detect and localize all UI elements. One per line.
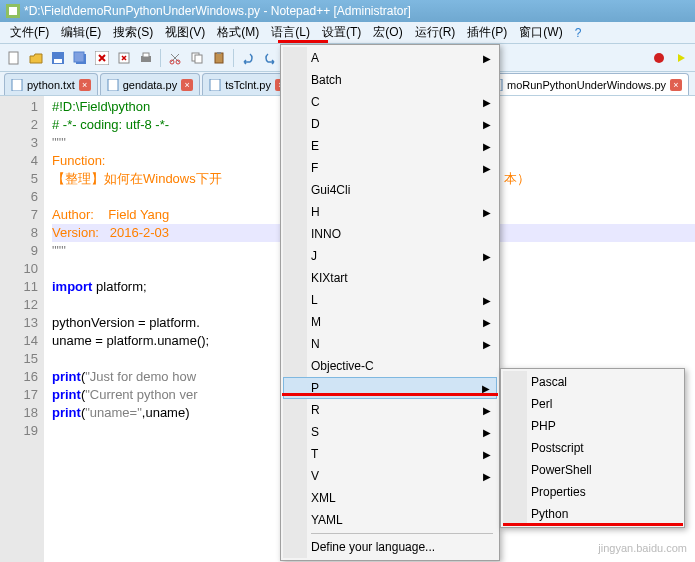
svg-rect-1 <box>9 7 17 15</box>
copy-button[interactable] <box>187 48 207 68</box>
menu-item[interactable]: H▶ <box>283 201 497 223</box>
tab-label: python.txt <box>27 79 75 91</box>
svg-rect-18 <box>12 79 22 91</box>
menu-6[interactable]: 设置(T) <box>316 23 367 41</box>
tab[interactable]: moRunPythonUnderWindows.py× <box>484 73 689 95</box>
menu-item[interactable]: PowerShell <box>503 459 682 481</box>
tab-label: tsTclnt.py <box>225 79 271 91</box>
submenu-arrow-icon: ▶ <box>483 295 491 306</box>
submenu-arrow-icon: ▶ <box>483 427 491 438</box>
menu-7[interactable]: 宏(O) <box>367 23 408 41</box>
menu-item[interactable]: E▶ <box>283 135 497 157</box>
menu-0[interactable]: 文件(F) <box>4 23 55 41</box>
menu-item[interactable]: T▶ <box>283 443 497 465</box>
undo-button[interactable] <box>238 48 258 68</box>
submenu-arrow-icon: ▶ <box>482 383 490 394</box>
menu-item[interactable]: R▶ <box>283 399 497 421</box>
menu-item[interactable]: Perl <box>503 393 682 415</box>
submenu-arrow-icon: ▶ <box>483 449 491 460</box>
menu-item[interactable]: C▶ <box>283 91 497 113</box>
menu-item[interactable]: Batch <box>283 69 497 91</box>
menu-item[interactable]: INNO <box>283 223 497 245</box>
menu-item[interactable]: A▶ <box>283 47 497 69</box>
menu-item[interactable]: M▶ <box>283 311 497 333</box>
menu-item-label: PowerShell <box>531 463 592 477</box>
menu-4[interactable]: 格式(M) <box>211 23 265 41</box>
menu-item-label: C <box>311 95 320 109</box>
menu-1[interactable]: 编辑(E) <box>55 23 107 41</box>
tab-close-icon[interactable]: × <box>670 79 682 91</box>
menu-item-label: Objective-C <box>311 359 374 373</box>
submenu-arrow-icon: ▶ <box>483 251 491 262</box>
menu-item[interactable]: Gui4Cli <box>283 179 497 201</box>
submenu-arrow-icon: ▶ <box>483 97 491 108</box>
menu-item-label: A <box>311 51 319 65</box>
tab-label: moRunPythonUnderWindows.py <box>507 79 666 91</box>
play-button[interactable] <box>671 48 691 68</box>
menu-item[interactable]: Define your language... <box>283 536 497 558</box>
new-file-button[interactable] <box>4 48 24 68</box>
menu-item[interactable]: Python <box>503 503 682 525</box>
menu-item-label: Python <box>531 507 568 521</box>
menu-3[interactable]: 视图(V) <box>159 23 211 41</box>
menu-5[interactable]: 语言(L) <box>265 23 316 41</box>
menu-item[interactable]: Properties <box>503 481 682 503</box>
submenu-arrow-icon: ▶ <box>483 163 491 174</box>
menu-2[interactable]: 搜索(S) <box>107 23 159 41</box>
menubar: 文件(F)编辑(E)搜索(S)视图(V)格式(M)语言(L)设置(T)宏(O)运… <box>0 22 695 44</box>
save-button[interactable] <box>48 48 68 68</box>
menu-item[interactable]: KIXtart <box>283 267 497 289</box>
save-all-button[interactable] <box>70 48 90 68</box>
menu-item[interactable]: V▶ <box>283 465 497 487</box>
menu-item[interactable]: N▶ <box>283 333 497 355</box>
submenu-arrow-icon: ▶ <box>483 53 491 64</box>
menu-item[interactable]: Pascal <box>503 371 682 393</box>
print-button[interactable] <box>136 48 156 68</box>
tab-close-icon[interactable]: × <box>181 79 193 91</box>
submenu-arrow-icon: ▶ <box>483 405 491 416</box>
menu-item[interactable]: D▶ <box>283 113 497 135</box>
menu-item-label: XML <box>311 491 336 505</box>
menu-help[interactable]: ? <box>569 24 588 42</box>
menu-item[interactable]: Postscript <box>503 437 682 459</box>
svg-rect-14 <box>195 55 202 63</box>
annotation-underline-language <box>278 40 328 43</box>
menu-item[interactable]: S▶ <box>283 421 497 443</box>
submenu-arrow-icon: ▶ <box>483 471 491 482</box>
menu-item-label: E <box>311 139 319 153</box>
annotation-line-python <box>503 523 683 526</box>
window-title: *D:\Field\demoRunPythonUnderWindows.py -… <box>24 4 411 18</box>
redo-button[interactable] <box>260 48 280 68</box>
menu-item[interactable]: YAML <box>283 509 497 531</box>
menu-item[interactable]: J▶ <box>283 245 497 267</box>
language-menu[interactable]: A▶BatchC▶D▶E▶F▶Gui4CliH▶INNOJ▶KIXtartL▶M… <box>280 44 500 561</box>
menu-item[interactable]: F▶ <box>283 157 497 179</box>
file-icon <box>107 79 119 91</box>
tab-close-icon[interactable]: × <box>79 79 91 91</box>
cut-button[interactable] <box>165 48 185 68</box>
menu-8[interactable]: 运行(R) <box>409 23 462 41</box>
paste-button[interactable] <box>209 48 229 68</box>
menu-item-label: YAML <box>311 513 343 527</box>
menu-item[interactable]: L▶ <box>283 289 497 311</box>
menu-item[interactable]: Objective-C <box>283 355 497 377</box>
svg-rect-10 <box>143 53 149 57</box>
tab[interactable]: python.txt× <box>4 73 98 95</box>
menu-item[interactable]: XML <box>283 487 497 509</box>
menu-item-label: Perl <box>531 397 552 411</box>
close-file-button[interactable] <box>92 48 112 68</box>
menu-9[interactable]: 插件(P) <box>461 23 513 41</box>
tab[interactable]: gendata.py× <box>100 73 200 95</box>
svg-rect-20 <box>210 79 220 91</box>
open-file-button[interactable] <box>26 48 46 68</box>
menu-10[interactable]: 窗口(W) <box>513 23 568 41</box>
menu-item[interactable]: PHP <box>503 415 682 437</box>
menu-item-label: N <box>311 337 320 351</box>
svg-rect-16 <box>217 52 221 54</box>
language-submenu-p[interactable]: PascalPerlPHPPostscriptPowerShellPropert… <box>500 368 685 528</box>
record-button[interactable] <box>649 48 669 68</box>
close-all-button[interactable] <box>114 48 134 68</box>
titlebar: *D:\Field\demoRunPythonUnderWindows.py -… <box>0 0 695 22</box>
menu-item-label: INNO <box>311 227 341 241</box>
menu-item-label: Gui4Cli <box>311 183 350 197</box>
